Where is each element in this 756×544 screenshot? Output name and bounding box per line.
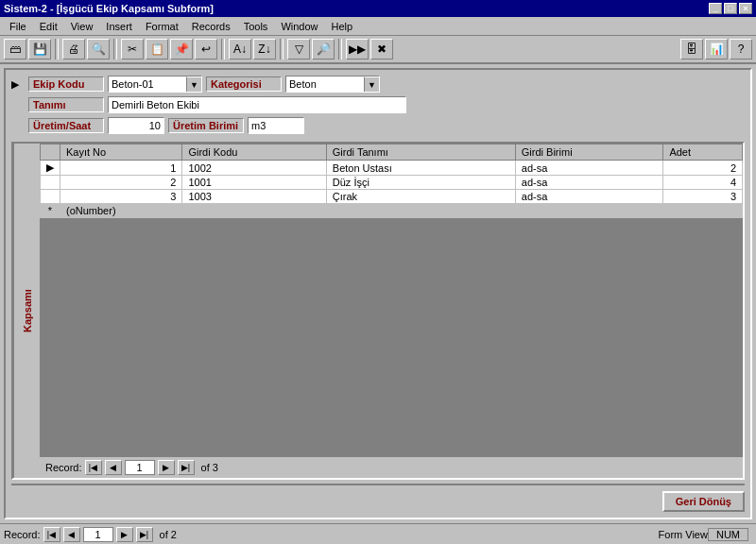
ekip-kodu-dropdown-btn[interactable]: ▼ — [186, 76, 201, 92]
kategorisi-dropdown-btn[interactable]: ▼ — [364, 76, 379, 92]
menu-format[interactable]: Format — [140, 20, 184, 33]
toolbar-btn-delete[interactable]: ✖ — [370, 39, 393, 60]
geri-donus-button[interactable]: Geri Dönüş — [662, 491, 745, 512]
ekip-kodu-combo[interactable]: Beton-01 ▼ — [108, 76, 202, 93]
menu-bar: File Edit View Insert Format Records Too… — [0, 17, 756, 36]
toolbar-sep-4 — [280, 39, 284, 60]
menu-view[interactable]: View — [65, 20, 99, 33]
subform-nav-prev[interactable]: ◀ — [105, 460, 122, 475]
new-row-cell: (oNumber) — [60, 204, 743, 218]
toolbar-btn-3[interactable]: 🖨 — [62, 39, 85, 60]
form-row-2: Tanımı — [11, 96, 745, 113]
toolbar-btn-paste[interactable]: 📌 — [170, 39, 193, 60]
cell-kayit-no-3: 3 — [60, 190, 182, 204]
table-fill — [40, 218, 743, 456]
status-of-label: of 2 — [160, 529, 177, 540]
subform-record-label: Record: — [45, 462, 82, 473]
toolbar-sep-1 — [55, 39, 59, 60]
ekip-kodu-label: Ekip Kodu — [28, 76, 104, 92]
toolbar-btn-sort-za[interactable]: Z↓ — [253, 39, 276, 60]
window-title: Sistem-2 - [İşgücü Ekip Kapsamı Subform] — [4, 3, 214, 14]
uretim-saat-label: Üretim/Saat — [28, 118, 104, 133]
cell-girdi-tanimi-3: Çırak — [326, 190, 515, 204]
status-nav-first[interactable]: |◀ — [43, 527, 60, 542]
menu-records[interactable]: Records — [186, 20, 236, 33]
outer-form: ▶ Ekip Kodu Beton-01 ▼ Kategorisi Beton … — [4, 68, 752, 519]
menu-file[interactable]: File — [4, 20, 32, 33]
table-row[interactable]: 3 1003 Çırak ad-sa 3 — [41, 190, 743, 204]
toolbar-btn-1[interactable]: 🗃 — [4, 39, 26, 60]
subform-table-area: Kayıt No Girdi Kodu Girdi Tanımı Girdi B… — [40, 144, 743, 478]
status-nav-prev[interactable]: ◀ — [63, 527, 80, 542]
title-bar: Sistem-2 - [İşgücü Ekip Kapsamı Subform]… — [0, 0, 756, 17]
kapsami-label: Kapsamı — [13, 144, 40, 478]
row-selector-3 — [41, 190, 60, 204]
menu-insert[interactable]: Insert — [100, 20, 138, 33]
col-girdi-tanimi: Girdi Tanımı — [326, 144, 515, 161]
toolbar-btn-new[interactable]: ▶▶ — [346, 39, 369, 60]
maximize-button[interactable]: □ — [724, 3, 737, 14]
uretim-birimi-input[interactable] — [248, 117, 304, 134]
cell-kayit-no-1: 1 — [60, 161, 182, 176]
uretim-birimi-label: Üretim Birimi — [168, 118, 244, 133]
col-kayit-no: Kayıt No — [60, 144, 182, 161]
bottom-panel: Geri Dönüş — [11, 484, 745, 512]
subform-record-nav: Record: |◀ ◀ ▶ ▶| of 3 — [40, 456, 743, 478]
subform-nav-of: of 3 — [201, 462, 218, 473]
status-num: NUM — [708, 528, 748, 541]
cell-adet-1: 2 — [663, 161, 743, 176]
toolbar-btn-cut[interactable]: ✂ — [121, 39, 144, 60]
toolbar-btn-db[interactable]: 🗄 — [680, 39, 703, 60]
status-nav-current[interactable] — [83, 527, 113, 542]
menu-help[interactable]: Help — [326, 20, 359, 33]
toolbar-btn-code[interactable]: 📊 — [705, 39, 728, 60]
row-selector-1: ▶ — [41, 161, 60, 176]
toolbar-sep-3 — [221, 39, 225, 60]
tanimi-label: Tanımı — [28, 97, 104, 112]
status-nav-next[interactable]: ▶ — [116, 527, 133, 542]
toolbar-btn-help[interactable]: ? — [730, 39, 752, 60]
col-selector — [41, 144, 60, 161]
menu-window[interactable]: Window — [275, 20, 323, 33]
col-girdi-birimi: Girdi Birimi — [515, 144, 663, 161]
toolbar-btn-sort-az[interactable]: A↓ — [229, 39, 251, 60]
subform-nav-next[interactable]: ▶ — [158, 460, 175, 475]
tanimi-input[interactable] — [108, 96, 406, 113]
cell-girdi-birimi-2: ad-sa — [515, 176, 663, 190]
subform-container: Kapsamı Kayıt No Girdi Kodu Girdi Tanımı… — [11, 142, 745, 480]
toolbar-btn-copy[interactable]: 📋 — [146, 39, 168, 60]
status-bar: Record: |◀ ◀ ▶ ▶| of 2 Form View NUM — [0, 523, 756, 544]
toolbar-btn-2[interactable]: 💾 — [28, 39, 51, 60]
kategorisi-combo[interactable]: Beton ▼ — [285, 76, 380, 93]
new-row-selector: * — [41, 204, 60, 218]
cell-girdi-birimi-3: ad-sa — [515, 190, 663, 204]
ekip-kodu-value: Beton-01 — [109, 77, 186, 91]
minimize-button[interactable]: _ — [709, 3, 722, 14]
toolbar-btn-4[interactable]: 🔍 — [87, 39, 110, 60]
kategorisi-label: Kategorisi — [206, 76, 282, 92]
toolbar-btn-apply-filter[interactable]: 🔎 — [312, 39, 335, 60]
toolbar-btn-filter[interactable]: ▽ — [287, 39, 310, 60]
status-nav-last[interactable]: ▶| — [136, 527, 153, 542]
menu-tools[interactable]: Tools — [238, 20, 274, 33]
cell-girdi-birimi-1: ad-sa — [515, 161, 663, 176]
cell-girdi-kodu-3: 1003 — [182, 190, 326, 204]
table-row[interactable]: 2 1001 Düz İşçi ad-sa 4 — [41, 176, 743, 190]
menu-edit[interactable]: Edit — [34, 20, 63, 33]
col-girdi-kodu: Girdi Kodu — [182, 144, 326, 161]
form-row-1: ▶ Ekip Kodu Beton-01 ▼ Kategorisi Beton … — [11, 76, 745, 93]
new-row[interactable]: * (oNumber) — [41, 204, 743, 218]
kategorisi-value: Beton — [286, 77, 364, 91]
toolbar-btn-5[interactable]: ↩ — [195, 39, 217, 60]
uretim-saat-input[interactable] — [108, 117, 164, 134]
subform-nav-first[interactable]: |◀ — [85, 460, 102, 475]
subform-nav-last[interactable]: ▶| — [178, 460, 195, 475]
subform-nav-current[interactable] — [125, 460, 155, 475]
cell-girdi-kodu-2: 1001 — [182, 176, 326, 190]
status-mode: Form View — [659, 529, 708, 540]
table-row[interactable]: ▶ 1 1002 Beton Ustası ad-sa 2 — [41, 161, 743, 176]
cell-girdi-tanimi-2: Düz İşçi — [326, 176, 515, 190]
row-selector-2 — [41, 176, 60, 190]
cell-adet-2: 4 — [663, 176, 743, 190]
close-button[interactable]: × — [739, 3, 752, 14]
